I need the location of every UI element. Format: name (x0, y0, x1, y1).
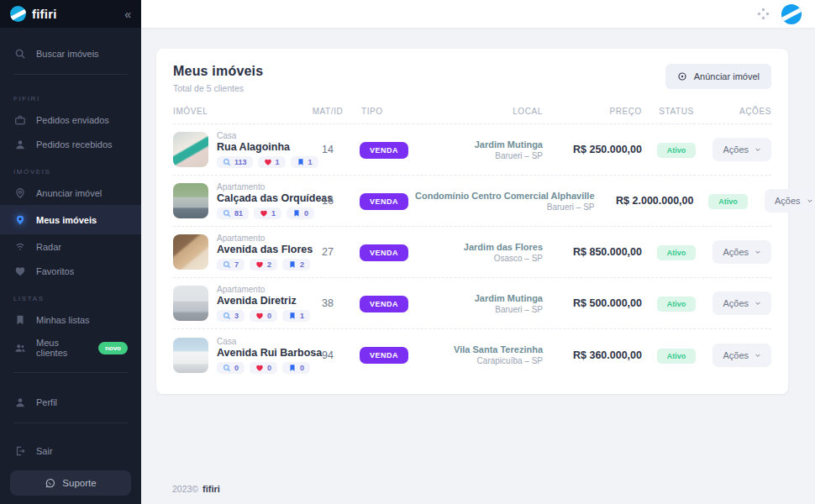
views-chip[interactable]: 81 (217, 207, 249, 219)
sidebar-item-perfil[interactable]: Perfil (0, 390, 141, 414)
price-value: R$ 250.000,00 (543, 144, 642, 155)
local-primary: Condomínio Centro Comercial Alphaville (415, 191, 595, 201)
acoes-button[interactable]: Ações (712, 138, 771, 161)
property-photo[interactable] (173, 183, 208, 218)
status-cell: Ativo (642, 244, 711, 260)
col-mat-id: MAT/ID (306, 107, 350, 116)
sidebar-item-meus-imoveis[interactable]: Meus imóveis (0, 205, 141, 234)
acoes-cell: Ações (711, 344, 771, 367)
mat-id-value: 94 (306, 349, 350, 361)
sidebar-item-label: Radar (36, 242, 61, 252)
property-cell: Apartamento Calçada das Orquídeas 81 1 0 (173, 182, 306, 219)
views-chip[interactable]: 113 (217, 156, 253, 168)
sidebar-item-favoritos[interactable]: Favoritos (0, 259, 141, 283)
col-preco: PREÇO (543, 107, 642, 116)
saves-chip[interactable]: 2 (282, 259, 310, 270)
acoes-button[interactable]: Ações (712, 344, 771, 367)
venda-badge: VENDA (360, 142, 408, 159)
views-chip[interactable]: 0 (217, 362, 244, 374)
sidebar-item-meus-clientes[interactable]: Meus clientes novo (0, 332, 141, 364)
heart-icon (255, 260, 264, 269)
status-badge: Ativo (657, 143, 697, 158)
sidebar-item-minhas-listas[interactable]: Minhas listas (0, 307, 141, 332)
saves-chip[interactable]: 0 (287, 207, 314, 219)
user-avatar[interactable] (781, 4, 802, 24)
local-secondary: Barueri – SP (547, 202, 595, 212)
saves-count: 1 (300, 312, 304, 320)
local-secondary: Carapicuíba – SP (477, 356, 543, 365)
acoes-label: Ações (723, 298, 749, 308)
status-badge: Ativo (657, 245, 697, 260)
sidebar-item-buscar-imoveis[interactable]: Buscar imóveis (0, 41, 141, 66)
footer-brand: fifiri (202, 484, 220, 494)
sidebar-item-label: Buscar imóveis (36, 49, 99, 59)
likes-chip[interactable]: 1 (258, 156, 286, 168)
property-photo[interactable] (173, 286, 208, 321)
suporte-button[interactable]: Suporte (10, 470, 131, 496)
mat-id-value: 38 (306, 297, 350, 309)
local-cell: Jardim Mutinga Barueri – SP (415, 293, 543, 314)
property-name[interactable]: Avenida das Flores (217, 244, 313, 255)
bookmark-icon (288, 260, 297, 269)
saves-chip[interactable]: 0 (282, 362, 310, 374)
local-secondary: Barueri – SP (495, 305, 543, 314)
likes-chip[interactable]: 2 (250, 259, 277, 270)
page-subtitle: Total de 5 clientes (173, 83, 263, 93)
sidebar-section-fifiri: fifiri (0, 83, 141, 108)
saves-chip[interactable]: 1 (291, 156, 318, 168)
divider (13, 423, 128, 423)
sidebar-item-label: Minhas listas (36, 315, 90, 325)
local-cell: Condomínio Centro Comercial Alphaville B… (415, 191, 595, 212)
novo-badge: novo (98, 342, 128, 354)
acoes-button[interactable]: Ações (765, 189, 815, 213)
sidebar-item-label: Pedidos recebidos (36, 139, 113, 150)
sidebar-item-radar[interactable]: Radar (0, 234, 141, 259)
map-pin-icon (13, 213, 26, 226)
logout-icon (13, 444, 26, 457)
saves-chip[interactable]: 1 (282, 310, 310, 322)
anunciar-imovel-button[interactable]: Anúnciar imóvel (665, 64, 771, 89)
brand-name: fifiri (32, 7, 57, 21)
sidebar-item-label: Meus clientes (36, 338, 85, 358)
likes-chip[interactable]: 1 (254, 207, 281, 219)
sidebar-item-anunciar-imovel[interactable]: Anunciar imóvel (0, 181, 141, 205)
property-photo[interactable] (173, 234, 208, 270)
likes-chip[interactable]: 0 (250, 362, 277, 374)
status-cell: Ativo (642, 347, 711, 364)
radar-icon (13, 240, 26, 253)
property-name[interactable]: Rua Alagoinha (217, 141, 318, 153)
views-chip[interactable]: 7 (217, 259, 244, 270)
tipo-cell: VENDA (350, 346, 415, 364)
sidebar-collapse-icon[interactable]: « (124, 8, 131, 21)
saves-count: 2 (300, 260, 304, 269)
table-row: Apartamento Avenida das Flores 7 2 2 (173, 227, 771, 278)
sidebar-item-pedidos-enviados[interactable]: Pedidos enviados (0, 108, 141, 132)
sidebar-item-label: Perfil (36, 397, 57, 407)
local-primary: Jardim Mutinga (475, 139, 543, 150)
col-imovel: IMÓVEL (173, 107, 306, 116)
property-cell: Apartamento Avenida das Flores 7 2 2 (173, 234, 306, 270)
likes-count: 1 (276, 158, 280, 166)
status-cell: Ativo (642, 141, 711, 158)
local-primary: Jardim Mutinga (475, 293, 543, 303)
price-value: R$ 500.000,00 (543, 297, 642, 309)
property-photo[interactable] (173, 338, 208, 373)
bookmark-icon (297, 158, 305, 166)
status-cell: Ativo (694, 192, 763, 209)
property-name[interactable]: Avenida Diretriz (217, 295, 310, 307)
property-category: Apartamento (217, 182, 333, 192)
sidebar-item-label: Pedidos enviados (36, 115, 109, 125)
property-photo[interactable] (173, 132, 208, 167)
table-row: Apartamento Calçada das Orquídeas 81 1 0 (173, 176, 771, 227)
sidebar-item-sair[interactable]: Sair (0, 438, 141, 463)
dots-menu-icon[interactable] (757, 8, 770, 20)
likes-chip[interactable]: 0 (250, 310, 277, 322)
mat-id-value: 27 (306, 246, 350, 258)
acoes-button[interactable]: Ações (712, 240, 771, 264)
acoes-button[interactable]: Ações (712, 291, 771, 315)
views-chip[interactable]: 3 (217, 310, 244, 322)
sidebar-item-pedidos-recebidos[interactable]: Pedidos recebidos (0, 132, 141, 156)
views-count: 7 (234, 260, 239, 269)
property-category: Apartamento (217, 234, 313, 243)
heart-icon (255, 364, 264, 372)
